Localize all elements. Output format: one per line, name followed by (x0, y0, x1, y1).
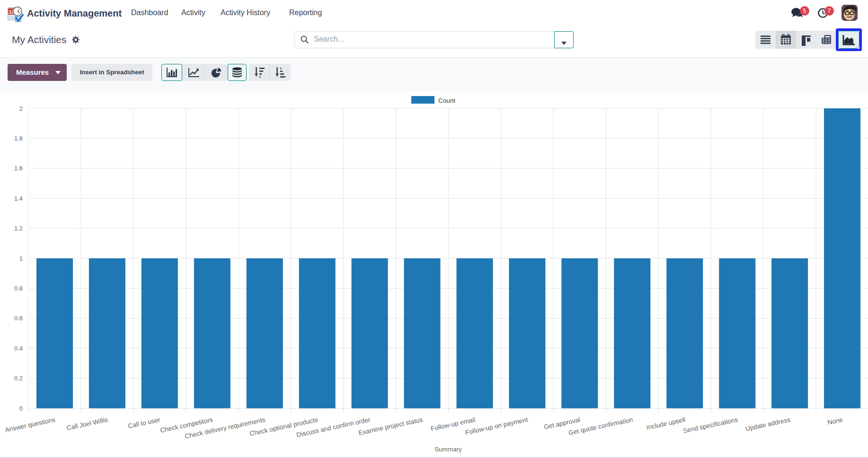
svg-text:Call Joel Willis: Call Joel Willis (66, 416, 109, 432)
svg-text:0: 0 (19, 405, 23, 412)
svg-text:None: None (827, 416, 843, 426)
svg-text:Include upsell: Include upsell (646, 416, 686, 431)
svg-text:1.4: 1.4 (14, 195, 23, 202)
svg-text:0.6: 0.6 (14, 315, 23, 322)
svg-text:0.8: 0.8 (14, 285, 23, 292)
svg-text:2: 2 (19, 105, 23, 112)
svg-text:1.2: 1.2 (14, 225, 23, 232)
svg-text:1.6: 1.6 (14, 165, 23, 172)
svg-text:Send specifications: Send specifications (682, 416, 739, 434)
svg-text:0.2: 0.2 (14, 375, 23, 382)
svg-text:Update address: Update address (745, 416, 791, 432)
svg-text:0.4: 0.4 (14, 345, 23, 352)
svg-text:Summary: Summary (434, 446, 462, 453)
svg-text:Count: Count (438, 97, 455, 104)
svg-text:1.8: 1.8 (14, 135, 23, 142)
svg-text:1: 1 (19, 255, 23, 262)
svg-text:Answer questions: Answer questions (4, 416, 56, 433)
svg-text:Call to user: Call to user (127, 416, 161, 430)
